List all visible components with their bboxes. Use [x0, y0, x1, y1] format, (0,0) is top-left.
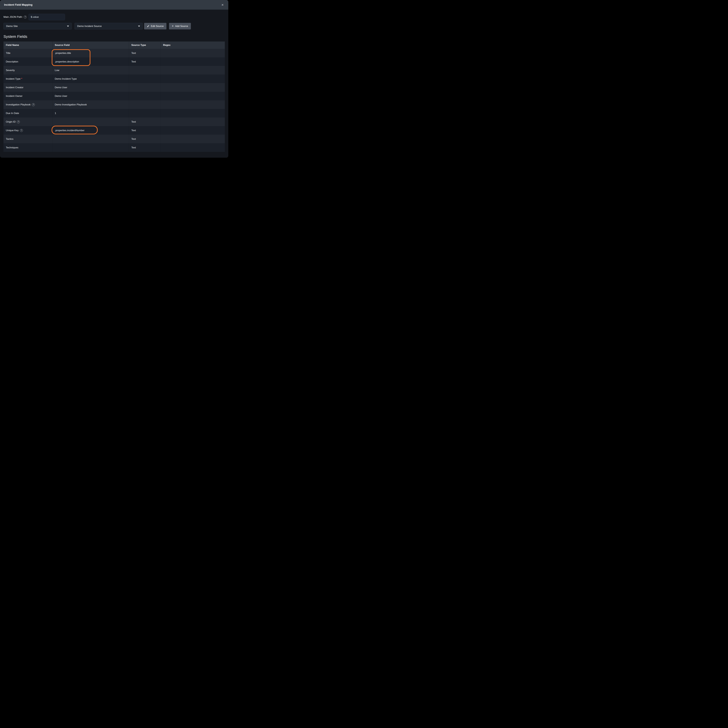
- source-type-cell: [129, 83, 161, 92]
- modal-title: Incident Field Mapping: [4, 3, 32, 6]
- regex-cell: [161, 118, 225, 126]
- field-name-label: Tactics: [6, 138, 14, 141]
- source-field-cell: [52, 135, 129, 143]
- incident-source-select[interactable]: Demo Incident Source: [75, 23, 143, 29]
- table-row: Incident OwnerDemo User: [3, 92, 225, 100]
- field-name-cell: Tactics: [3, 135, 52, 143]
- table-row: Incident Type*Demo Incident Type: [3, 75, 225, 83]
- add-source-label: Add Source: [175, 25, 188, 28]
- regex-cell: [161, 143, 225, 152]
- pencil-icon: [147, 25, 149, 28]
- source-type-cell: [129, 75, 161, 83]
- source-field-cell: .properties.title: [52, 49, 129, 57]
- edit-source-button[interactable]: Edit Source: [144, 23, 167, 29]
- section-title: System Fields: [3, 34, 225, 39]
- json-path-label: Main JSON Path:: [3, 15, 23, 18]
- regex-cell: [161, 135, 225, 143]
- table-row: TechniquesText: [3, 143, 225, 152]
- field-name-label: Severity: [6, 69, 15, 72]
- source-field-cell: Demo Incident Type: [52, 75, 129, 83]
- regex-cell: [161, 100, 225, 109]
- table-body: Title.properties.titleTextDescription.pr…: [3, 49, 225, 152]
- source-field-cell: [52, 118, 129, 126]
- json-path-input[interactable]: [28, 14, 65, 20]
- column-header-field-name: Field Name: [3, 41, 52, 49]
- source-type-cell: Text: [129, 57, 161, 66]
- table-header-row: Field NameSource FieldSource TypeRegex: [3, 41, 225, 49]
- regex-cell: [161, 57, 225, 66]
- regex-cell: [161, 92, 225, 100]
- source-field-cell: .properties.description: [52, 57, 129, 66]
- add-source-button[interactable]: + Add Source: [169, 23, 191, 29]
- table-row: Incident CreatorDemo User: [3, 83, 225, 92]
- field-name-cell: Description: [3, 57, 52, 66]
- chevron-down-icon: [138, 26, 140, 27]
- field-name-label: Unique Key: [6, 129, 18, 132]
- field-name-cell: Incident Owner: [3, 92, 52, 100]
- source-type-cell: [129, 66, 161, 75]
- field-name-label: Incident Creator: [6, 86, 23, 89]
- help-icon[interactable]: ?: [17, 121, 20, 123]
- source-type-cell: [129, 92, 161, 100]
- regex-cell: [161, 66, 225, 75]
- chevron-down-icon: [67, 26, 69, 27]
- field-name-cell: Severity: [3, 66, 52, 75]
- table-row: Origin ID?Text: [3, 118, 225, 126]
- incident-field-mapping-modal: Incident Field Mapping × Main JSON Path:…: [0, 0, 228, 158]
- source-type-cell: [129, 109, 161, 118]
- field-name-label: Due In Date: [6, 112, 19, 115]
- regex-cell: [161, 126, 225, 135]
- system-fields-table: Field NameSource FieldSource TypeRegex T…: [3, 41, 225, 152]
- json-path-help-icon[interactable]: ?: [24, 15, 27, 18]
- source-field-cell: 1: [52, 109, 129, 118]
- source-type-cell: [129, 100, 161, 109]
- source-field-cell: [52, 143, 129, 152]
- plus-icon: +: [172, 24, 174, 28]
- field-name-cell: Techniques: [3, 143, 52, 152]
- column-header-regex: Regex: [161, 41, 225, 49]
- field-name-label: Incident Owner: [6, 95, 23, 98]
- field-name-cell: Title: [3, 49, 52, 57]
- field-name-label: Description: [6, 60, 18, 63]
- field-name-label: Techniques: [6, 146, 18, 149]
- modal-content: Main JSON Path: ? Demo Site Demo Inciden…: [0, 14, 228, 152]
- source-field-cell: .properties.incidentNumber: [52, 126, 129, 135]
- table-row: Description.properties.descriptionText: [3, 57, 225, 66]
- field-name-label: Origin ID: [6, 121, 15, 123]
- source-field-cell: Low: [52, 66, 129, 75]
- edit-source-label: Edit Source: [151, 25, 164, 28]
- regex-cell: [161, 83, 225, 92]
- source-type-cell: Text: [129, 118, 161, 126]
- regex-cell: [161, 75, 225, 83]
- regex-cell: [161, 109, 225, 118]
- help-icon[interactable]: ?: [20, 129, 23, 132]
- field-name-cell: Investigation Playbook?: [3, 100, 52, 109]
- incident-source-select-value: Demo Incident Source: [77, 25, 102, 28]
- modal-titlebar: Incident Field Mapping ×: [0, 0, 228, 10]
- field-name-cell: Incident Creator: [3, 83, 52, 92]
- close-icon[interactable]: ×: [221, 3, 224, 7]
- source-type-cell: Text: [129, 126, 161, 135]
- toolbar: Demo Site Demo Incident Source Edit Sour…: [3, 23, 225, 29]
- column-header-source-field: Source Field: [52, 41, 129, 49]
- source-field-cell: Demo Investigation Playbook: [52, 100, 129, 109]
- json-path-row: Main JSON Path: ?: [3, 14, 225, 20]
- source-type-cell: Text: [129, 143, 161, 152]
- source-field-cell: Demo User: [52, 83, 129, 92]
- table-row: SeverityLow: [3, 66, 225, 75]
- site-select[interactable]: Demo Site: [3, 23, 72, 29]
- help-icon[interactable]: ?: [32, 103, 35, 106]
- table-row: Title.properties.titleText: [3, 49, 225, 57]
- field-name-label: Investigation Playbook: [6, 103, 31, 106]
- source-field-cell: Demo User: [52, 92, 129, 100]
- table-row: Investigation Playbook?Demo Investigatio…: [3, 100, 225, 109]
- site-select-value: Demo Site: [6, 25, 18, 28]
- table-row: TacticsText: [3, 135, 225, 143]
- field-name-cell: Origin ID?: [3, 118, 52, 126]
- column-header-source-type: Source Type: [129, 41, 161, 49]
- field-name-label: Incident Type: [6, 78, 20, 80]
- regex-cell: [161, 49, 225, 57]
- field-name-cell: Due In Date: [3, 109, 52, 118]
- source-type-cell: Text: [129, 49, 161, 57]
- table-row: Unique Key?.properties.incidentNumberTex…: [3, 126, 225, 135]
